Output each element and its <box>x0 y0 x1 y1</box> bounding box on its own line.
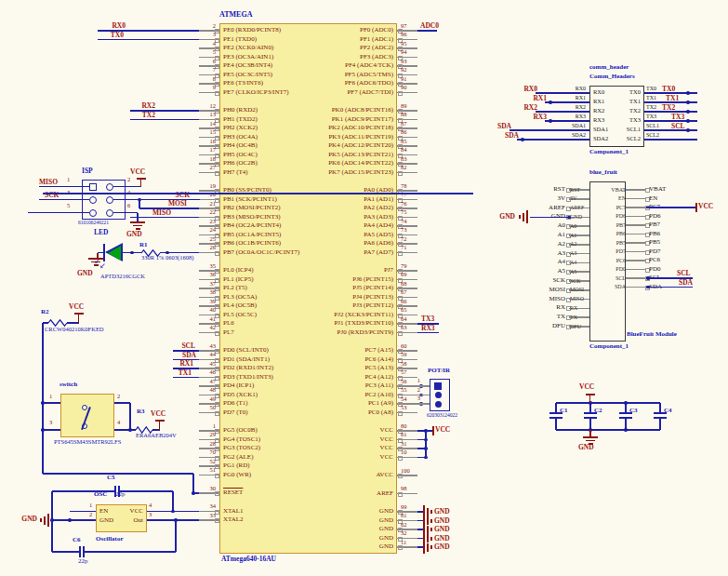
chip-pin-label: PA5 (AD5) <box>232 232 393 238</box>
led-triangle-icon <box>108 246 121 261</box>
pin-lead <box>626 277 646 279</box>
pin-number: 8 <box>182 76 216 83</box>
bluefruit-pad-name: AREF <box>570 205 584 210</box>
wire <box>114 486 116 497</box>
pin-number: 28 <box>182 441 216 448</box>
pin-number: 16 <box>182 139 216 145</box>
pin-lead <box>626 287 646 288</box>
pin-number: 6 <box>182 59 216 65</box>
chip-pin-label: PF6 (ADC6/TDO) <box>232 80 393 87</box>
gnd-symbol-icon <box>519 215 521 219</box>
junction-dot <box>624 401 628 405</box>
wire <box>113 199 200 201</box>
pin-number: 21 <box>182 201 216 208</box>
pin-number: 86 <box>401 129 407 136</box>
gnd-symbol-icon <box>427 534 429 543</box>
pin-number: 80 <box>401 423 407 430</box>
pin-number: 30 <box>182 486 216 492</box>
chip-pin-label: PF2 (ADC2) <box>232 45 393 51</box>
bluefruit-pad-name: PB7 <box>602 222 626 228</box>
pin-number: 36 <box>182 272 216 278</box>
pin-number: 83 <box>401 156 407 163</box>
wire <box>43 193 473 194</box>
chip-pin-label: GND <box>232 535 393 542</box>
bluefruit-pin-label: A5 <box>521 268 565 275</box>
pin-number: 11 <box>401 540 406 546</box>
pin-number: 9 <box>182 85 216 91</box>
chip-pin-label: PJ1 (TXD3/PCINT10) <box>232 320 393 327</box>
pin-number: 74 <box>401 219 407 225</box>
pin-number: 2 <box>182 23 216 30</box>
chip-pin-label: PC7 (A15) <box>232 347 393 354</box>
gnd-symbol-icon <box>430 510 432 514</box>
vcc-bar-icon <box>586 394 595 395</box>
pin-number: 33 <box>182 513 216 519</box>
wire <box>556 429 660 431</box>
comm-pad-name: RX0 <box>558 86 586 91</box>
bluefruit-gnd-label: GND <box>491 213 515 221</box>
pin-number: 29 <box>182 432 216 438</box>
pin-number: 53 <box>401 405 407 411</box>
pin-number: 27 <box>182 165 216 171</box>
wire <box>52 519 96 521</box>
pin-clamp-icon <box>398 474 403 478</box>
wire <box>42 323 44 474</box>
isp-pad <box>106 209 113 217</box>
wire <box>555 403 557 412</box>
chip-pin-label: PC5 (A13) <box>232 365 393 371</box>
pot-pad <box>435 401 442 408</box>
pin-number: 1 <box>182 423 216 430</box>
switch-pin4: 4 <box>117 420 120 426</box>
wire <box>52 490 115 492</box>
switch-pin1: 1 <box>49 394 52 400</box>
resistor-zigzag-icon <box>48 319 67 327</box>
osc-port-vcc: VCC <box>125 508 143 515</box>
pin-number: 91 <box>401 76 407 83</box>
wire <box>147 511 199 513</box>
net-label: TX0 <box>662 86 675 93</box>
pin-lead <box>626 207 646 208</box>
osc-part: Oscillator <box>96 536 124 543</box>
bluefruit-pad-name: PC7 <box>602 205 626 210</box>
pin-number: 40 <box>182 307 216 314</box>
pin-lead <box>626 189 646 191</box>
pin-number: 60 <box>401 343 407 350</box>
bluefruit-pin-label: A4 <box>521 259 565 265</box>
pin-clamp-icon <box>215 171 219 176</box>
bluefruit-pin-label: PD7 <box>649 248 660 255</box>
net-label: SDA <box>474 123 511 130</box>
bluefruit-pin-label: PD0 <box>649 266 660 273</box>
wire <box>417 332 439 334</box>
pin-clamp-icon <box>215 331 219 336</box>
comm-pad-name: TX1 <box>646 95 656 100</box>
net-label: RX0 <box>51 22 126 30</box>
pin-number: 13 <box>182 112 216 118</box>
gnd-symbol-icon <box>427 543 429 552</box>
net-label: TX1 <box>117 369 192 377</box>
wire <box>70 511 96 513</box>
switch-name: switch <box>60 382 77 388</box>
comm-pad-name: SDA2 <box>558 132 586 138</box>
pin-clamp-icon <box>398 91 403 96</box>
chip-pin-label: PG1 (RD) <box>223 462 250 469</box>
wire <box>659 419 661 430</box>
chip-pin-label: PK5 (ADC13/PCINT21) <box>232 152 393 158</box>
bluefruit-pad-name: A3 <box>570 250 576 256</box>
wire <box>129 403 131 430</box>
wire <box>147 519 199 521</box>
pin-number: 88 <box>401 112 407 118</box>
net-label: MOSI <box>113 200 187 208</box>
wire <box>517 139 589 141</box>
chip-pin-label: PC2 (A10) <box>232 392 393 398</box>
wire <box>417 30 437 32</box>
chip-pin-label: PF3 (ADC3) <box>232 54 393 60</box>
wire <box>140 179 142 187</box>
comm-pad-name: SCL1 <box>646 123 659 128</box>
pin-lead <box>626 260 646 261</box>
resistor-zigzag-icon <box>141 249 160 257</box>
pin-number: 87 <box>401 121 407 127</box>
wire <box>589 395 591 403</box>
bluefruit-pin-label: SCK <box>521 277 565 284</box>
comm-pin-name: SCL2 <box>603 136 641 142</box>
pin-number: 62 <box>401 522 407 529</box>
